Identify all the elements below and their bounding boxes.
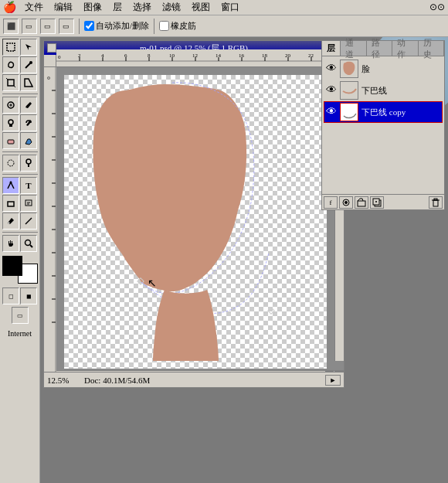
- svg-text:0: 0: [58, 54, 61, 60]
- svg-text:20: 20: [285, 53, 291, 59]
- tool-move[interactable]: [20, 39, 37, 56]
- doc-size: Doc: 40.1M/54.6M: [84, 376, 319, 385]
- tool-text[interactable]: T: [20, 177, 37, 194]
- menu-layer[interactable]: 层: [108, 0, 127, 15]
- svg-point-22: [8, 223, 10, 224]
- tool-lasso[interactable]: [2, 56, 19, 73]
- layer-chin-copy[interactable]: 👁 下巴线 copy: [324, 101, 443, 123]
- menu-window[interactable]: 窗口: [216, 0, 244, 15]
- svg-text:6: 6: [124, 53, 127, 59]
- layer-thumb-3: [340, 103, 358, 121]
- tool-shape[interactable]: [2, 195, 19, 212]
- canvas-with-ruler: 0: [44, 67, 344, 370]
- layer-eye-icon-3[interactable]: 👁: [326, 106, 337, 118]
- layer-eye-icon-1[interactable]: 👁: [326, 63, 337, 75]
- toolbar-transform-btn[interactable]: ⬛: [3, 19, 19, 34]
- add-mask-btn[interactable]: [339, 196, 353, 209]
- layer-eye-icon-2[interactable]: 👁: [326, 84, 337, 97]
- canvas-viewport[interactable]: ↖: [56, 67, 344, 370]
- tool-blur[interactable]: [2, 155, 19, 172]
- tool-selection[interactable]: [2, 39, 19, 56]
- svg-rect-83: [433, 200, 438, 206]
- layer-face[interactable]: 👁 脸: [324, 58, 443, 80]
- svg-point-24: [25, 240, 31, 246]
- rubber-band-checkbox-group: 橡皮筋: [159, 20, 196, 32]
- layer-thumb-1: [340, 60, 358, 78]
- doc-close-btn[interactable]: [47, 43, 56, 53]
- tool-wand[interactable]: [20, 56, 37, 73]
- tool-row-nav: [2, 235, 37, 252]
- toolbar-btn3[interactable]: ▭: [40, 19, 56, 34]
- toolbar-btn2[interactable]: ▭: [22, 19, 37, 34]
- image-svg: ↖: [64, 75, 327, 369]
- tool-zoom[interactable]: [20, 235, 37, 252]
- add-style-btn[interactable]: f: [324, 196, 338, 209]
- auto-add-checkbox[interactable]: [84, 21, 94, 31]
- tool-notes[interactable]: [20, 195, 37, 212]
- svg-point-14: [8, 160, 14, 166]
- tool-eyedropper[interactable]: [2, 213, 19, 230]
- tab-channels[interactable]: 通道: [341, 41, 367, 56]
- menu-edit[interactable]: 编辑: [49, 0, 77, 15]
- tool-stamp[interactable]: [2, 114, 19, 131]
- toolbar-btn4[interactable]: ▭: [59, 19, 74, 34]
- layer-thumb-2: [340, 81, 358, 100]
- tool-measure[interactable]: [20, 213, 37, 230]
- tool-crop[interactable]: [2, 74, 19, 91]
- tab-history[interactable]: 历史: [419, 41, 445, 56]
- new-layer-btn[interactable]: [370, 196, 384, 209]
- tool-hand[interactable]: [2, 235, 19, 252]
- layer-chin-line[interactable]: 👁 下巴线: [324, 80, 443, 101]
- tool-brush[interactable]: [20, 97, 37, 114]
- tool-healing[interactable]: [2, 97, 19, 114]
- tab-paths[interactable]: 路径: [367, 41, 393, 56]
- layers-panel: 层 通道 路径 动作 历史 👁 脸: [321, 40, 445, 210]
- screen-normal[interactable]: ▭: [12, 307, 29, 324]
- quick-mask-standard[interactable]: ◻: [2, 287, 19, 304]
- menu-icon-1: ⊙⊙: [429, 2, 445, 13]
- ruler-corner: [44, 55, 56, 67]
- tool-dodge[interactable]: [20, 155, 37, 172]
- new-group-btn[interactable]: [355, 196, 368, 209]
- tool-history-brush[interactable]: [20, 114, 37, 131]
- layer-thumb-svg-3: [341, 104, 358, 121]
- tool-pen[interactable]: [2, 177, 19, 194]
- tool-row-shape: [2, 195, 37, 212]
- menu-right-icons: ⊙⊙: [429, 2, 445, 13]
- menu-select[interactable]: 选择: [128, 0, 156, 15]
- tool-row-3: [2, 74, 37, 91]
- auto-add-checkbox-group: 自动添加/删除: [84, 20, 149, 32]
- canvas-area: m-01.psd @ 12.5% (层 1,RGB) 0 2 4: [40, 37, 448, 483]
- tool-row-2: [2, 56, 37, 73]
- apple-menu[interactable]: 🍎: [3, 2, 15, 14]
- tool-separator-2: [2, 151, 38, 152]
- menu-file[interactable]: 文件: [20, 0, 48, 15]
- svg-rect-12: [9, 124, 12, 127]
- menu-filter[interactable]: 滤镜: [158, 0, 185, 15]
- layer-thumb-svg-1: [341, 60, 358, 77]
- menu-image[interactable]: 图像: [79, 0, 107, 15]
- tab-layers[interactable]: 层: [322, 41, 341, 56]
- svg-line-23: [25, 218, 32, 224]
- delete-layer-btn[interactable]: [429, 196, 443, 209]
- tool-slice[interactable]: [20, 74, 37, 91]
- svg-rect-0: [7, 43, 15, 51]
- tab-actions[interactable]: 动作: [392, 41, 419, 56]
- screen-mode-row: ▭: [12, 307, 29, 324]
- quick-mask-mode[interactable]: ◼: [20, 287, 37, 304]
- layers-bottom-bar: f: [322, 194, 444, 209]
- foreground-color-swatch[interactable]: [2, 256, 22, 276]
- tool-separator-4: [2, 232, 38, 233]
- menu-view[interactable]: 视图: [187, 0, 215, 15]
- tool-fill[interactable]: [20, 132, 37, 149]
- ruler-v-svg: 0: [44, 67, 56, 376]
- tool-eraser[interactable]: [2, 132, 19, 149]
- rubber-band-checkbox[interactable]: [159, 21, 169, 31]
- toolbar-separator2: [154, 19, 154, 34]
- internet-button[interactable]: Internet: [6, 328, 33, 339]
- status-arrow-btn[interactable]: ►: [325, 375, 341, 386]
- svg-text:10: 10: [169, 53, 175, 59]
- tool-row-6: [2, 132, 37, 149]
- layer-name-face: 脸: [361, 63, 440, 75]
- tool-row-5: [2, 114, 37, 131]
